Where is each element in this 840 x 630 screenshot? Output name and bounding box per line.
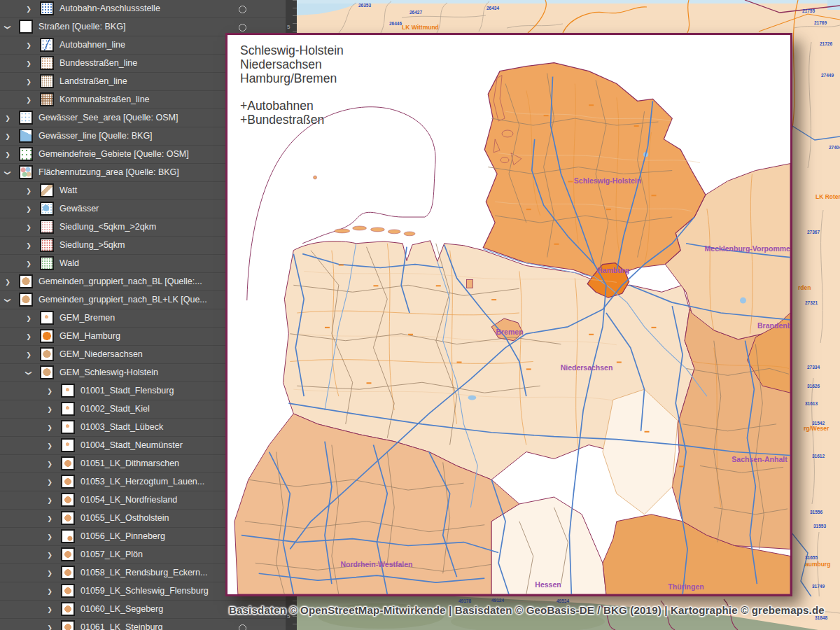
chevron-collapsed-icon[interactable]: ❯ [24, 314, 33, 323]
layer-thumbnail-lk-icon[interactable] [61, 602, 75, 616]
chevron-collapsed-icon[interactable]: ❯ [24, 5, 33, 13]
chevron-collapsed-icon[interactable]: ❯ [4, 150, 12, 159]
layer-thumbnail-landstrassen-icon[interactable] [40, 74, 54, 88]
layer-thumbnail-wald-icon[interactable] [40, 256, 54, 270]
chevron-collapsed-icon[interactable]: ❯ [24, 351, 33, 359]
chevron-collapsed-icon[interactable]: ❯ [46, 460, 54, 468]
chevron-expanded-icon[interactable]: ❯ [4, 169, 12, 177]
chevron-collapsed-icon[interactable]: ❯ [46, 514, 54, 523]
layer-thumbnail-lk-icon[interactable] [61, 547, 75, 561]
chevron-collapsed-icon[interactable]: ❯ [24, 205, 33, 214]
layer-thumbnail-siedlung-klein-icon[interactable] [40, 220, 54, 234]
chevron-collapsed-icon[interactable]: ❯ [46, 606, 54, 614]
layer-thumbnail-autobahnen-icon[interactable] [40, 38, 54, 52]
chevron-collapsed-icon[interactable]: ❯ [46, 533, 54, 541]
chevron-collapsed-icon[interactable]: ❯ [24, 223, 33, 232]
postal-code-label: 31556 [810, 510, 822, 514]
layer-thumbnail-lk-icon[interactable] [61, 566, 75, 580]
postal-code-label: 26353 [358, 3, 371, 8]
layer-thumbnail-stadt-icon[interactable] [61, 420, 75, 434]
chevron-collapsed-icon[interactable]: ❯ [24, 241, 33, 250]
layer-thumbnail-stadt-icon[interactable] [61, 384, 75, 398]
chevron-collapsed-icon[interactable]: ❯ [24, 41, 33, 50]
chevron-collapsed-icon[interactable]: ❯ [46, 405, 54, 414]
map-inset[interactable]: Schleswig-HolsteinNiedersachsenHamburg/B… [225, 33, 792, 596]
layer-thumbnail-lk-icon[interactable] [61, 584, 75, 598]
postal-code-label: 27404 [829, 145, 840, 150]
layer-thumbnail-niedersachsen-icon[interactable] [40, 347, 54, 361]
layer-label: Flächennutzung_area [Quelle: BKG] [38, 167, 179, 177]
layer-thumbnail-lk-icon[interactable] [61, 475, 75, 489]
state-label: Nordrhein-Westfalen [340, 560, 412, 568]
layer-thumbnail-lk-icon[interactable] [61, 620, 75, 630]
chevron-collapsed-icon[interactable]: ❯ [24, 332, 33, 341]
layer-thumbnail-flaechennutzung-icon[interactable] [19, 165, 33, 179]
chevron-collapsed-icon[interactable]: ❯ [24, 260, 33, 268]
chevron-collapsed-icon[interactable]: ❯ [46, 478, 54, 486]
layer-thumbnail-sh-icon[interactable] [40, 365, 54, 379]
chevron-collapsed-icon[interactable]: ❯ [24, 187, 33, 195]
chevron-collapsed-icon[interactable]: ❯ [4, 114, 12, 122]
area-label: rg/Weser [804, 425, 829, 432]
chevron-collapsed-icon[interactable]: ❯ [24, 96, 33, 104]
map-title-line: Niedersachsen [240, 57, 344, 71]
layer-label: 01058_LK_Rendsburg_Eckern... [80, 568, 207, 578]
chevron-expanded-icon[interactable]: ❯ [4, 296, 12, 304]
layer-thumbnail-gemeindefrei-icon[interactable] [19, 147, 33, 161]
state-label: Bremen [496, 328, 523, 336]
schleswig-holstein-region [483, 63, 706, 282]
chevron-collapsed-icon[interactable]: ❯ [4, 132, 12, 141]
chevron-collapsed-icon[interactable]: ❯ [24, 59, 33, 68]
layer-thumbnail-lk-icon[interactable] [61, 511, 75, 525]
chevron-collapsed-icon[interactable]: ❯ [4, 278, 12, 286]
map-title-line: Hamburg/Bremen [240, 71, 344, 85]
layer-label: Gemeindefreie_Gebiete [Quelle: OSM] [38, 149, 189, 159]
layer-thumbnail-anschlussstelle-icon[interactable] [40, 1, 54, 15]
postal-code-label: 26427 [410, 10, 422, 15]
postal-code-label: 31848 [815, 615, 827, 620]
state-label: Sachsen-Anhalt [732, 455, 787, 463]
target-circle[interactable] [239, 24, 246, 31]
chevron-collapsed-icon[interactable]: ❯ [46, 624, 54, 630]
postal-code-label: 27334 [807, 365, 820, 370]
layer-thumbnail-lk-icon[interactable] [61, 493, 75, 507]
layer-label: Gemeinden_gruppiert_nach_BL [Quelle:... [38, 276, 202, 286]
layer-thumbnail-gewaesser-icon[interactable] [40, 202, 54, 216]
layer-label: Autobahnen_line [59, 40, 125, 50]
chevron-collapsed-icon[interactable]: ❯ [46, 442, 54, 450]
chevron-collapsed-icon[interactable]: ❯ [46, 424, 54, 432]
layer-row[interactable]: ❯Autobahn-Anschlussstelle [0, 0, 286, 18]
layer-thumbnail-lk-icon[interactable] [61, 456, 75, 470]
layer-thumbnail-siedlung-gross-icon[interactable] [40, 238, 54, 252]
postal-code-label: 21769 [814, 20, 827, 25]
layer-thumbnail-strassen-icon[interactable] [19, 20, 33, 34]
chevron-collapsed-icon[interactable]: ❯ [46, 387, 54, 396]
postal-code-label: 31613 [805, 401, 818, 406]
chevron-collapsed-icon[interactable]: ❯ [46, 569, 54, 578]
layer-thumbnail-see-area-icon[interactable] [19, 111, 33, 125]
layer-thumbnail-stadt-icon[interactable] [61, 402, 75, 416]
layer-thumbnail-stadt-icon[interactable] [40, 311, 54, 325]
layer-label: GEM_Schleswig-Holstein [59, 368, 158, 377]
layer-thumbnail-dot-icon[interactable] [61, 529, 75, 543]
chevron-collapsed-icon[interactable]: ❯ [24, 78, 33, 86]
layer-thumbnail-bundesstrassen-icon[interactable] [40, 56, 54, 70]
chevron-collapsed-icon[interactable]: ❯ [46, 496, 54, 505]
target-circle[interactable] [239, 6, 246, 13]
postal-code-label: 27321 [805, 300, 818, 305]
layer-thumbnail-gem-bl-lk-icon[interactable] [19, 293, 33, 307]
layer-thumbnail-kommunalstrassen-icon[interactable] [40, 92, 54, 106]
layer-thumbnail-hamburg-icon[interactable] [40, 329, 54, 343]
chevron-expanded-icon[interactable]: ❯ [4, 23, 12, 31]
postal-code-label: 31542 [812, 421, 825, 426]
chevron-collapsed-icon[interactable]: ❯ [46, 587, 54, 596]
layer-thumbnail-gem-bl-icon[interactable] [19, 274, 33, 288]
layer-row[interactable]: ❯01061_LK_Steinburg [0, 619, 286, 630]
chevron-collapsed-icon[interactable]: ❯ [46, 551, 54, 559]
layer-thumbnail-watt-icon[interactable] [40, 183, 54, 197]
layer-thumbnail-gewaesser-line-icon[interactable] [19, 129, 33, 143]
layer-thumbnail-stadt-icon[interactable] [61, 438, 75, 452]
target-circle[interactable] [239, 624, 246, 630]
chevron-expanded-icon[interactable]: ❯ [24, 369, 33, 377]
area-label: rden [798, 284, 811, 291]
